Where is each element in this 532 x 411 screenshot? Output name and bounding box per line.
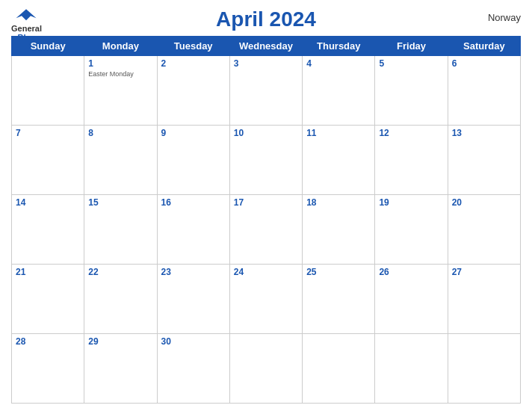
day-number: 21 bbox=[16, 267, 80, 277]
logo-blue-text: Blue bbox=[18, 33, 36, 42]
day-number: 11 bbox=[306, 128, 371, 138]
header-saturday: Saturday bbox=[448, 37, 520, 56]
calendar-container: General Blue April 2024 Norway Sunday Mo… bbox=[0, 0, 532, 411]
calendar-day-cell: 11 bbox=[303, 126, 375, 195]
calendar-day-cell: 3 bbox=[229, 56, 302, 126]
day-number: 3 bbox=[234, 58, 298, 69]
day-number: 8 bbox=[88, 128, 152, 138]
calendar-day-cell: 17 bbox=[229, 195, 302, 265]
calendar-day-cell: 26 bbox=[375, 265, 448, 334]
day-number: 1 bbox=[88, 58, 152, 69]
day-number: 22 bbox=[88, 267, 152, 277]
day-number: 19 bbox=[379, 197, 443, 208]
calendar-day-cell: 15 bbox=[84, 195, 157, 265]
calendar-day-cell bbox=[12, 56, 84, 126]
day-number: 23 bbox=[161, 267, 226, 277]
calendar-day-cell: 24 bbox=[229, 265, 302, 334]
calendar-day-cell: 20 bbox=[448, 195, 520, 265]
day-number: 16 bbox=[161, 197, 226, 208]
calendar-thead: Sunday Monday Tuesday Wednesday Thursday… bbox=[12, 37, 521, 56]
calendar-day-cell: 9 bbox=[157, 126, 229, 195]
country-label: Norway bbox=[488, 12, 521, 23]
calendar-day-cell: 7 bbox=[12, 126, 84, 195]
day-number: 17 bbox=[234, 197, 298, 208]
calendar-day-cell: 21 bbox=[12, 265, 84, 334]
header-monday: Monday bbox=[84, 37, 157, 56]
weekday-header-row: Sunday Monday Tuesday Wednesday Thursday… bbox=[12, 37, 521, 56]
calendar-day-cell: 6 bbox=[448, 56, 520, 126]
day-number: 28 bbox=[16, 336, 80, 347]
day-number: 5 bbox=[379, 58, 443, 69]
calendar-day-cell: 1Easter Monday bbox=[84, 56, 157, 126]
calendar-day-cell: 27 bbox=[448, 265, 520, 334]
header-friday: Friday bbox=[375, 37, 448, 56]
day-number: 26 bbox=[379, 267, 443, 277]
calendar-week-row: 14151617181920 bbox=[12, 195, 521, 265]
day-number: 24 bbox=[234, 267, 298, 277]
calendar-day-cell: 14 bbox=[12, 195, 84, 265]
calendar-day-cell: 13 bbox=[448, 126, 520, 195]
header-wednesday: Wednesday bbox=[229, 37, 302, 56]
day-number: 30 bbox=[161, 336, 226, 347]
svg-marker-0 bbox=[16, 9, 37, 20]
calendar-day-cell: 5 bbox=[375, 56, 448, 126]
day-number: 7 bbox=[16, 128, 80, 138]
day-number: 18 bbox=[306, 197, 371, 208]
logo-bird-icon bbox=[15, 7, 37, 22]
header-tuesday: Tuesday bbox=[157, 37, 229, 56]
calendar-header: General Blue April 2024 Norway bbox=[11, 7, 521, 31]
day-number: 12 bbox=[379, 128, 443, 138]
calendar-day-cell: 23 bbox=[157, 265, 229, 334]
generalblue-logo: General Blue bbox=[11, 7, 42, 42]
day-number: 14 bbox=[16, 197, 80, 208]
calendar-day-cell: 28 bbox=[12, 334, 84, 404]
holiday-label: Easter Monday bbox=[88, 70, 152, 78]
calendar-day-cell: 22 bbox=[84, 265, 157, 334]
calendar-day-cell: 16 bbox=[157, 195, 229, 265]
day-number: 13 bbox=[452, 128, 516, 138]
day-number: 10 bbox=[234, 128, 298, 138]
calendar-day-cell: 8 bbox=[84, 126, 157, 195]
calendar-week-row: 21222324252627 bbox=[12, 265, 521, 334]
calendar-day-cell bbox=[303, 334, 375, 404]
calendar-body: 1Easter Monday23456789101112131415161718… bbox=[12, 56, 521, 404]
calendar-title: April 2024 bbox=[216, 7, 316, 31]
calendar-day-cell: 10 bbox=[229, 126, 302, 195]
calendar-day-cell bbox=[375, 334, 448, 404]
day-number: 4 bbox=[306, 58, 371, 69]
calendar-day-cell: 25 bbox=[303, 265, 375, 334]
day-number: 9 bbox=[161, 128, 226, 138]
calendar-day-cell: 29 bbox=[84, 334, 157, 404]
day-number: 27 bbox=[452, 267, 516, 277]
day-number: 29 bbox=[88, 336, 152, 347]
header-thursday: Thursday bbox=[303, 37, 375, 56]
calendar-day-cell: 30 bbox=[157, 334, 229, 404]
calendar-day-cell: 12 bbox=[375, 126, 448, 195]
calendar-week-row: 78910111213 bbox=[12, 126, 521, 195]
calendar-day-cell: 18 bbox=[303, 195, 375, 265]
day-number: 6 bbox=[452, 58, 516, 69]
calendar-day-cell bbox=[229, 334, 302, 404]
logo-general-text: General bbox=[11, 24, 42, 33]
calendar-day-cell: 19 bbox=[375, 195, 448, 265]
calendar-week-row: 1Easter Monday23456 bbox=[12, 56, 521, 126]
calendar-day-cell bbox=[448, 334, 520, 404]
day-number: 2 bbox=[161, 58, 226, 69]
day-number: 15 bbox=[88, 197, 152, 208]
day-number: 20 bbox=[452, 197, 516, 208]
day-number: 25 bbox=[306, 267, 371, 277]
calendar-day-cell: 2 bbox=[157, 56, 229, 126]
calendar-day-cell: 4 bbox=[303, 56, 375, 126]
calendar-table: Sunday Monday Tuesday Wednesday Thursday… bbox=[11, 36, 521, 404]
calendar-week-row: 282930 bbox=[12, 334, 521, 404]
